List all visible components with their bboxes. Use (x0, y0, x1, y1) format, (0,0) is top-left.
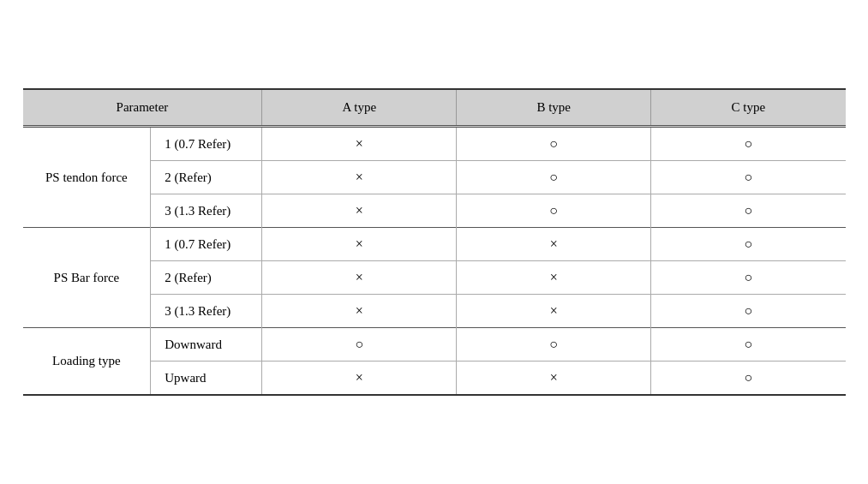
value-b-cell: × (457, 295, 651, 328)
param-cell: 2 (Refer) (151, 161, 262, 194)
value-a-cell: × (262, 261, 457, 295)
category-cell: PS Bar force (23, 228, 151, 328)
table-row: PS tendon force1 (0.7 Refer)×○○ (23, 127, 846, 161)
value-b-cell: × (457, 228, 651, 261)
param-cell: Downward (151, 328, 262, 362)
value-c-cell: ○ (651, 328, 846, 362)
header-row: Parameter A type B type C type (23, 89, 846, 127)
param-cell: Upward (151, 362, 262, 396)
value-a-cell: × (262, 161, 457, 194)
table-row: PS Bar force1 (0.7 Refer)××○ (23, 228, 846, 261)
value-c-cell: ○ (651, 228, 846, 261)
value-c-cell: ○ (651, 127, 846, 161)
header-c-type: C type (651, 89, 846, 127)
value-a-cell: × (262, 194, 457, 228)
value-a-cell: × (262, 295, 457, 328)
header-a-type: A type (262, 89, 457, 127)
value-a-cell: × (262, 228, 457, 261)
value-a-cell: × (262, 362, 457, 396)
value-c-cell: ○ (651, 261, 846, 295)
table-row: Loading typeDownward○○○ (23, 328, 846, 362)
main-container: Parameter A type B type C type PS tendon… (23, 88, 846, 396)
param-cell: 1 (0.7 Refer) (151, 127, 262, 161)
value-b-cell: ○ (457, 161, 651, 194)
param-cell: 2 (Refer) (151, 261, 262, 295)
value-b-cell: × (457, 362, 651, 396)
value-b-cell: × (457, 261, 651, 295)
value-c-cell: ○ (651, 362, 846, 396)
value-a-cell: × (262, 127, 457, 161)
value-b-cell: ○ (457, 194, 651, 228)
value-c-cell: ○ (651, 194, 846, 228)
value-c-cell: ○ (651, 295, 846, 328)
value-b-cell: ○ (457, 328, 651, 362)
param-cell: 3 (1.3 Refer) (151, 295, 262, 328)
parameter-table: Parameter A type B type C type PS tendon… (23, 88, 846, 396)
value-b-cell: ○ (457, 127, 651, 161)
value-c-cell: ○ (651, 161, 846, 194)
category-cell: Loading type (23, 328, 151, 396)
param-cell: 3 (1.3 Refer) (151, 194, 262, 228)
table-body: PS tendon force1 (0.7 Refer)×○○2 (Refer)… (23, 127, 846, 396)
value-a-cell: ○ (262, 328, 457, 362)
header-b-type: B type (457, 89, 651, 127)
param-cell: 1 (0.7 Refer) (151, 228, 262, 261)
header-parameter: Parameter (23, 89, 262, 127)
category-cell: PS tendon force (23, 127, 151, 228)
